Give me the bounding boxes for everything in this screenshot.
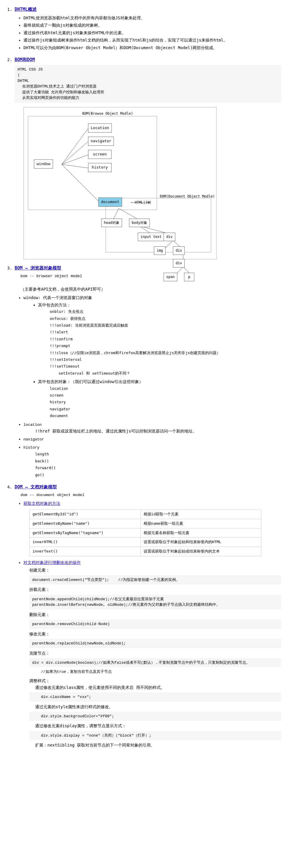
dom-desc: dom -- document object model — [21, 492, 281, 498]
method-setinterval: !!!setInterval — [50, 356, 281, 363]
method-cell-3: getElementsByTagName("tagname") — [30, 528, 141, 537]
svg-line-5 — [62, 164, 88, 168]
div3-node: div — [173, 259, 185, 268]
style-bgcolor-code: div.style.backgroudColor="#f00"; — [29, 712, 281, 721]
body-node: body对象 — [129, 219, 150, 227]
method-cell-1: getElementById("id") — [30, 510, 141, 519]
method-cell-4: innerHTML() — [30, 537, 141, 547]
style-display-desc: 通过修改元素display属性，调整节点显示方式： — [29, 722, 281, 729]
method-onfocus: onfocus: 获得焦点 — [50, 315, 281, 322]
history-node: history — [88, 163, 111, 172]
svg-line-4 — [62, 155, 88, 164]
method-onblur: onblur: 失去焦点 — [50, 308, 281, 315]
method-settimeout: !!!setTimeout — [50, 363, 281, 370]
history-back: back() — [35, 458, 281, 464]
style-display-code: div.style.display = "none"（关闭）|"block"（打… — [29, 731, 281, 740]
section-2-title: BOM和DOM — [14, 56, 281, 63]
section-1-bullet-1: DHTML使浏览器加载html文档中的所有内容都当做JS对象来处理。 — [24, 14, 281, 21]
table-row: innerText() 设置或获取位于对象起始或结束标签内的文本 — [30, 547, 261, 556]
span-node: span — [164, 273, 178, 281]
get-methods-table: getElementById("id") 根据id获取一个元素 getEleme… — [29, 509, 261, 556]
bom-desc: bom -- browser object model — [21, 273, 281, 279]
section-4-title: DOM — 文档对象模型 — [14, 484, 281, 491]
table-row: innerHTML() 设置或获取位于对象起始和结束标签内的HTML — [30, 537, 261, 547]
method-cell-5: innerText() — [30, 547, 141, 556]
svg-line-3 — [62, 142, 88, 164]
obj-location: location — [50, 385, 281, 392]
window-node: window — [34, 159, 53, 168]
modify-code: parentNode.replaceChild(newNode,oldNode)… — [29, 639, 281, 648]
div1-node: div — [164, 232, 175, 241]
head-node: head对象 — [101, 219, 122, 227]
style-class-desc: 通过修改元素的class属性，使元素使用不同的美术启 用不同的样式。 — [29, 684, 281, 691]
style-inline-desc: 通过元素的style属性来进行样式的修改。 — [29, 704, 281, 710]
delete-code: parentNode.removeChild(child·Node) — [29, 620, 281, 629]
method-cell-2: getElementsByName("name") — [30, 519, 141, 528]
methods-title: 其中包含的方法： — [38, 303, 71, 307]
diagram-svg — [24, 107, 216, 259]
bom-title: BOM(Browse Object Modle) — [82, 111, 133, 117]
clone-code: div = div.cloneNode(boolean);//如果为false或… — [29, 658, 281, 668]
navigator-node: navigator — [88, 137, 114, 146]
history-item: history — [24, 445, 39, 450]
append-title: 挂载元素： — [29, 586, 281, 593]
sibling-desc: 扩展：nextSibling 获取对当前节点的下一个同辈对象的引用。 — [29, 742, 281, 748]
div2-node: div — [173, 246, 185, 255]
section-1-bullet-5: DHTML可以分为由BOM(Browser Object Model）和DOM(… — [24, 44, 281, 51]
objects-title: 其中包含的对象：（我们可以通过window引出这些对象） — [38, 379, 143, 384]
location-item: location — [24, 423, 41, 427]
desc-cell-4: 设置或获取位于对象起始和结束标签内的HTML — [140, 537, 261, 547]
method-alert: !!!alert — [50, 329, 281, 335]
method-close: !!!close（//仅限ie浏览器，chrom和firefox高要解决浏览器禁… — [50, 349, 281, 356]
create-code: document.createElement("节点类型"); //为指定标签创… — [29, 575, 281, 585]
section-1-bullet-3: 通过操作代表html元素的js对象来操作HTML中的元素。 — [24, 30, 281, 36]
htmltree-node: — HTML|J树 — [130, 200, 151, 206]
location-node: Location — [88, 124, 112, 132]
method-compare: setInterval 和 setTimeout的不同？ — [50, 370, 281, 377]
section-1-bullet-2: 最终就组成了一颗由js对象组成的对象树。 — [24, 22, 281, 28]
input-text-node: input text — [138, 232, 164, 241]
method-onload: !!!onload: 当前浏览器页面装载完成后触发 — [50, 322, 281, 329]
modify-title: 修改元素： — [29, 631, 281, 637]
clone-title: 克隆节点： — [29, 650, 281, 656]
history-length: length — [35, 451, 281, 457]
section-2-code: HTML CSS JS | DHTML 在浏览器DHTML技术之上 通过门户对浏… — [14, 65, 281, 103]
create-title: 创建元素： — [29, 567, 281, 573]
svg-line-9 — [119, 208, 139, 220]
method-prompt: !!!prompt — [50, 342, 281, 349]
section-3-title: BOM — 浏览器对象模型 — [14, 265, 281, 272]
obj-navigator: navigator — [50, 406, 281, 412]
bom-note: （主要参考API文档，会使用其中的API即可） — [21, 286, 281, 292]
table-row: getElementsByName("name") 根据name获取一组元素 — [30, 519, 261, 528]
desc-cell-3: 根据元素名称获取一组元素 — [140, 528, 261, 537]
get-title: 获取文档对象的方法 — [24, 501, 60, 506]
history-go: go() — [35, 471, 281, 478]
table-row: getElementById("id") 根据id获取一个元素 — [30, 510, 261, 519]
section-1-title: DHTML概述 — [14, 6, 281, 13]
desc-cell-2: 根据name获取一组元素 — [140, 519, 261, 528]
obj-document: document — [50, 412, 281, 419]
bom-dom-diagram: BOM(Browse Object Modle) DOM(Document Ob… — [24, 107, 217, 259]
img-node: img — [154, 246, 166, 255]
p-node: p — [184, 273, 194, 281]
section-1-bullet-4: 通过操作js对象组成树来操作html文档的结构，从而实现了html和js的结合，… — [24, 37, 281, 43]
navigator-item: navigator — [24, 437, 44, 442]
method-confirm: !!!confirm — [50, 336, 281, 342]
obj-screen: screen — [50, 392, 281, 399]
obj-history: history — [50, 399, 281, 405]
op-title: 对文档对象进行增删改改的操作 — [24, 560, 81, 565]
table-row: getElementsByTagName("tagname") 根据元素名称获取… — [30, 528, 261, 537]
window-desc: window: 代表一个浏览器窗口的对象 — [24, 294, 281, 301]
delete-title: 删除元素： — [29, 611, 281, 618]
dom-title: DOM(Document Object Modle) — [160, 194, 215, 199]
history-forward: forward() — [35, 464, 281, 471]
clone-comment: //如果为true，复制当前节点及其子节点 — [29, 669, 281, 675]
desc-cell-1: 根据id获取一个元素 — [140, 510, 261, 519]
location-href: !!href 获取或设置地址栏上的地址。通过此属性js可以控制浏览器访问一个新的… — [24, 428, 281, 434]
append-code: parentNode.appendChild(childNode);//在父元素… — [29, 595, 281, 610]
style-title: 调整样式： — [29, 678, 281, 684]
svg-line-2 — [62, 128, 88, 164]
screen-node: screen — [88, 150, 111, 159]
svg-line-8 — [113, 208, 119, 220]
desc-cell-5: 设置或获取位于对象起始或结束标签内的文本 — [140, 547, 261, 556]
